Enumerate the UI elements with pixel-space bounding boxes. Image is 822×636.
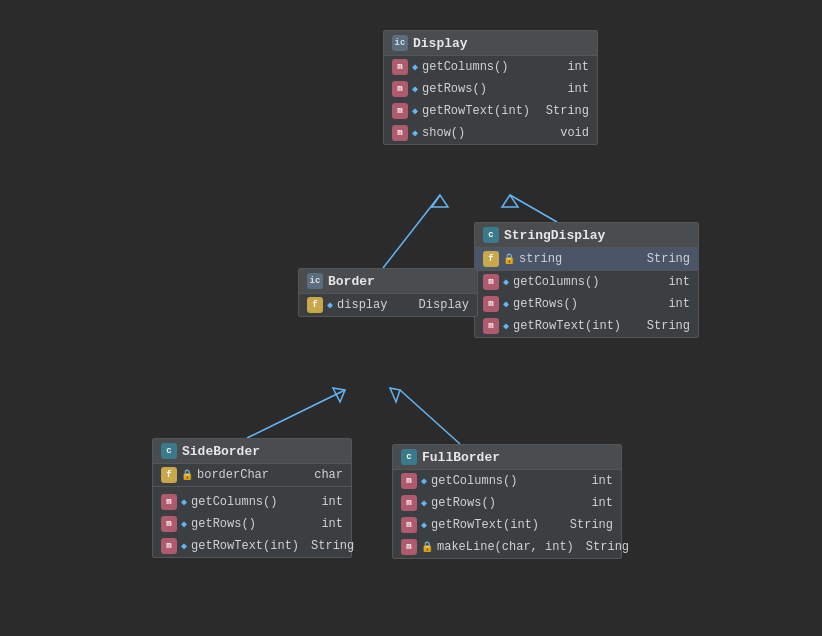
table-row: f 🔒 borderChar char [153,464,351,486]
diamond-icon: ◆ [503,276,509,288]
card-display-header: ic Display [384,31,597,56]
table-row: m ◆ getColumns() int [384,56,597,78]
card-fullborder-methods: m ◆ getColumns() int m ◆ getRows() int m… [393,470,621,558]
badge-m: m [392,59,408,75]
lock-icon: 🔒 [181,469,193,481]
card-fullborder-header: c FullBorder [393,445,621,470]
badge-ic-border: ic [307,273,323,289]
diamond-icon: ◆ [412,105,418,117]
card-display: ic Display m ◆ getColumns() int m ◆ getR… [383,30,598,145]
badge-m: m [401,495,417,511]
diamond-icon: ◆ [421,497,427,509]
badge-m: m [392,125,408,141]
card-sideborder-title: SideBorder [182,444,260,459]
card-border-header: ic Border [299,269,477,294]
badge-m: m [161,538,177,554]
card-stringdisplay-header: c StringDisplay [475,223,698,248]
svg-marker-7 [390,388,400,402]
svg-marker-5 [333,388,345,402]
table-row: m ◆ getRows() int [475,293,698,315]
badge-f: f [161,467,177,483]
badge-m: m [161,494,177,510]
svg-line-6 [400,390,460,444]
badge-m: m [401,539,417,555]
lock-icon: 🔒 [503,253,515,265]
diamond-icon: ◆ [503,320,509,332]
card-border-title: Border [328,274,375,289]
card-stringdisplay-fields: f 🔒 string String [475,248,698,271]
badge-ic-display: ic [392,35,408,51]
lock-icon: 🔒 [421,541,433,553]
table-row: f 🔒 string String [475,248,698,270]
badge-c-fullborder: c [401,449,417,465]
badge-f: f [307,297,323,313]
card-fullborder: c FullBorder m ◆ getColumns() int m ◆ ge… [392,444,622,559]
table-row: m ◆ getColumns() int [393,470,621,492]
table-row: m ◆ getRowText(int) String [393,514,621,536]
table-row: m ◆ getColumns() int [475,271,698,293]
table-row: m ◆ getRowText(int) String [153,535,351,557]
table-row: f ◆ display Display [299,294,477,316]
card-sideborder-header: c SideBorder [153,439,351,464]
diamond-icon: ◆ [181,496,187,508]
table-row: m ◆ getRows() int [384,78,597,100]
badge-m: m [392,103,408,119]
badge-m: m [401,517,417,533]
badge-m: m [483,318,499,334]
svg-marker-3 [432,195,448,207]
card-border: ic Border f ◆ display Display [298,268,478,317]
card-display-methods: m ◆ getColumns() int m ◆ getRows() int m… [384,56,597,144]
svg-line-0 [510,195,557,222]
badge-m: m [401,473,417,489]
table-row: m ◆ getColumns() int [153,491,351,513]
badge-m: m [483,296,499,312]
table-row: m ◆ getRows() int [153,513,351,535]
card-stringdisplay-title: StringDisplay [504,228,605,243]
svg-line-4 [247,390,345,438]
badge-f: f [483,251,499,267]
badge-c-stringdisplay: c [483,227,499,243]
diamond-icon: ◆ [503,298,509,310]
table-row: m ◆ getRowText(int) String [384,100,597,122]
diamond-icon: ◆ [412,83,418,95]
badge-m: m [483,274,499,290]
card-sideborder-methods: m ◆ getColumns() int m ◆ getRows() int m… [153,491,351,557]
diamond-icon: ◆ [412,61,418,73]
card-display-title: Display [413,36,468,51]
table-row: m ◆ getRows() int [393,492,621,514]
card-sideborder: c SideBorder f 🔒 borderChar char m ◆ get… [152,438,352,558]
table-row: m 🔒 makeLine(char, int) String [393,536,621,558]
diamond-icon: ◆ [421,519,427,531]
svg-line-2 [383,195,440,268]
badge-m: m [161,516,177,532]
svg-marker-1 [502,195,518,207]
badge-c-sideborder: c [161,443,177,459]
badge-m: m [392,81,408,97]
card-fullborder-title: FullBorder [422,450,500,465]
card-stringdisplay: c StringDisplay f 🔒 string String m ◆ ge… [474,222,699,338]
table-row: m ◆ show() void [384,122,597,144]
diamond-icon: ◆ [327,299,333,311]
diagram-container: ic Display m ◆ getColumns() int m ◆ getR… [0,0,822,636]
table-row: m ◆ getRowText(int) String [475,315,698,337]
card-border-fields: f ◆ display Display [299,294,477,316]
diamond-icon: ◆ [412,127,418,139]
card-sideborder-fields: f 🔒 borderChar char [153,464,351,487]
diamond-icon: ◆ [181,540,187,552]
diamond-icon: ◆ [181,518,187,530]
diamond-icon: ◆ [421,475,427,487]
card-stringdisplay-methods: m ◆ getColumns() int m ◆ getRows() int m… [475,271,698,337]
